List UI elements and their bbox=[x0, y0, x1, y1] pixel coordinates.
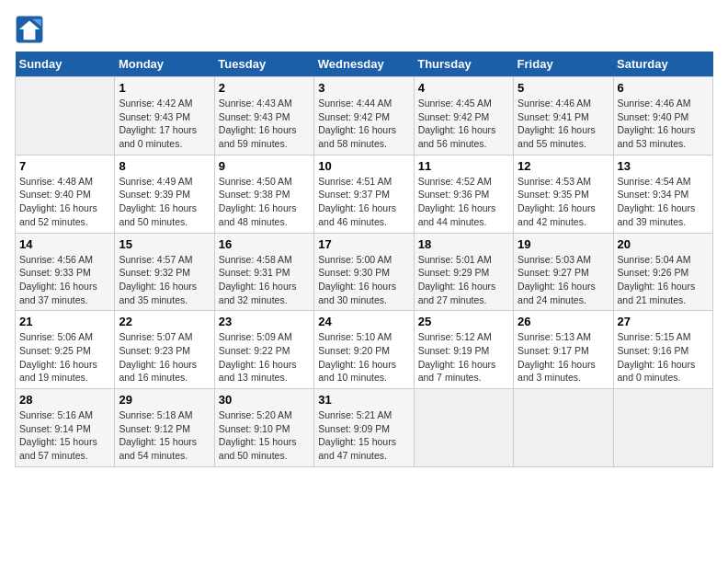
day-info: Sunrise: 4:52 AM Sunset: 9:36 PM Dayligh… bbox=[418, 175, 509, 229]
day-cell: 15Sunrise: 4:57 AM Sunset: 9:32 PM Dayli… bbox=[115, 233, 214, 311]
day-cell: 31Sunrise: 5:21 AM Sunset: 9:09 PM Dayli… bbox=[314, 389, 414, 467]
header-cell-tuesday: Tuesday bbox=[214, 52, 313, 77]
day-info: Sunrise: 5:07 AM Sunset: 9:23 PM Dayligh… bbox=[119, 330, 210, 385]
day-info: Sunrise: 5:18 AM Sunset: 9:12 PM Dayligh… bbox=[119, 408, 210, 463]
day-info: Sunrise: 4:49 AM Sunset: 9:39 PM Dayligh… bbox=[119, 175, 210, 229]
day-number: 1 bbox=[119, 81, 210, 95]
day-cell: 14Sunrise: 4:56 AM Sunset: 9:33 PM Dayli… bbox=[16, 233, 115, 311]
day-cell: 20Sunrise: 5:04 AM Sunset: 9:26 PM Dayli… bbox=[613, 233, 712, 311]
day-number: 15 bbox=[119, 237, 210, 251]
header-cell-sunday: Sunday bbox=[16, 52, 115, 77]
day-cell: 4Sunrise: 4:45 AM Sunset: 9:42 PM Daylig… bbox=[414, 77, 513, 155]
day-cell: 23Sunrise: 5:09 AM Sunset: 9:22 PM Dayli… bbox=[214, 311, 313, 389]
day-info: Sunrise: 5:21 AM Sunset: 9:09 PM Dayligh… bbox=[318, 408, 409, 463]
day-info: Sunrise: 5:20 AM Sunset: 9:10 PM Dayligh… bbox=[219, 408, 310, 463]
day-number: 19 bbox=[518, 237, 609, 251]
day-info: Sunrise: 5:13 AM Sunset: 9:17 PM Dayligh… bbox=[518, 330, 609, 385]
day-number: 14 bbox=[19, 237, 110, 251]
day-cell bbox=[613, 389, 712, 467]
day-number: 27 bbox=[618, 315, 709, 328]
day-number: 24 bbox=[318, 315, 409, 328]
day-info: Sunrise: 4:45 AM Sunset: 9:42 PM Dayligh… bbox=[418, 97, 509, 151]
header-cell-monday: Monday bbox=[115, 52, 214, 77]
day-cell: 12Sunrise: 4:53 AM Sunset: 9:35 PM Dayli… bbox=[514, 155, 613, 233]
day-cell: 3Sunrise: 4:44 AM Sunset: 9:42 PM Daylig… bbox=[314, 77, 414, 155]
day-info: Sunrise: 5:03 AM Sunset: 9:27 PM Dayligh… bbox=[518, 253, 609, 307]
day-info: Sunrise: 5:12 AM Sunset: 9:19 PM Dayligh… bbox=[418, 330, 509, 385]
day-cell: 1Sunrise: 4:42 AM Sunset: 9:43 PM Daylig… bbox=[115, 77, 214, 155]
page-header bbox=[15, 15, 713, 44]
day-number: 11 bbox=[418, 159, 509, 173]
day-info: Sunrise: 4:50 AM Sunset: 9:38 PM Dayligh… bbox=[219, 175, 310, 229]
day-number: 29 bbox=[119, 393, 210, 407]
day-cell: 30Sunrise: 5:20 AM Sunset: 9:10 PM Dayli… bbox=[214, 389, 313, 467]
day-cell: 8Sunrise: 4:49 AM Sunset: 9:39 PM Daylig… bbox=[115, 155, 214, 233]
day-cell bbox=[414, 389, 513, 467]
header-cell-wednesday: Wednesday bbox=[314, 52, 414, 77]
calendar-table: SundayMondayTuesdayWednesdayThursdayFrid… bbox=[15, 52, 713, 467]
day-number: 13 bbox=[618, 159, 709, 173]
week-row-3: 14Sunrise: 4:56 AM Sunset: 9:33 PM Dayli… bbox=[16, 233, 713, 311]
day-info: Sunrise: 5:15 AM Sunset: 9:16 PM Dayligh… bbox=[618, 330, 709, 385]
day-number: 6 bbox=[618, 81, 709, 95]
day-cell: 2Sunrise: 4:43 AM Sunset: 9:43 PM Daylig… bbox=[214, 77, 313, 155]
day-info: Sunrise: 4:48 AM Sunset: 9:40 PM Dayligh… bbox=[19, 175, 110, 229]
day-cell: 25Sunrise: 5:12 AM Sunset: 9:19 PM Dayli… bbox=[414, 311, 513, 389]
day-cell: 27Sunrise: 5:15 AM Sunset: 9:16 PM Dayli… bbox=[613, 311, 712, 389]
day-number: 3 bbox=[318, 81, 409, 95]
day-number: 23 bbox=[219, 315, 310, 328]
day-cell bbox=[514, 389, 613, 467]
day-number: 2 bbox=[219, 81, 310, 95]
day-info: Sunrise: 4:46 AM Sunset: 9:40 PM Dayligh… bbox=[618, 97, 709, 151]
day-number: 5 bbox=[518, 81, 609, 95]
calendar-header: SundayMondayTuesdayWednesdayThursdayFrid… bbox=[16, 52, 713, 77]
header-cell-thursday: Thursday bbox=[414, 52, 513, 77]
day-cell: 10Sunrise: 4:51 AM Sunset: 9:37 PM Dayli… bbox=[314, 155, 414, 233]
day-cell: 22Sunrise: 5:07 AM Sunset: 9:23 PM Dayli… bbox=[115, 311, 214, 389]
day-info: Sunrise: 4:46 AM Sunset: 9:41 PM Dayligh… bbox=[518, 97, 609, 151]
day-info: Sunrise: 5:01 AM Sunset: 9:29 PM Dayligh… bbox=[418, 253, 509, 307]
day-info: Sunrise: 4:43 AM Sunset: 9:43 PM Dayligh… bbox=[219, 97, 310, 151]
day-cell: 26Sunrise: 5:13 AM Sunset: 9:17 PM Dayli… bbox=[514, 311, 613, 389]
header-cell-saturday: Saturday bbox=[613, 52, 712, 77]
day-info: Sunrise: 5:04 AM Sunset: 9:26 PM Dayligh… bbox=[618, 253, 709, 307]
day-cell: 24Sunrise: 5:10 AM Sunset: 9:20 PM Dayli… bbox=[314, 311, 414, 389]
day-number: 21 bbox=[19, 315, 110, 328]
day-number: 20 bbox=[618, 237, 709, 251]
day-info: Sunrise: 4:53 AM Sunset: 9:35 PM Dayligh… bbox=[518, 175, 609, 229]
day-info: Sunrise: 4:56 AM Sunset: 9:33 PM Dayligh… bbox=[19, 253, 110, 307]
day-number: 10 bbox=[318, 159, 409, 173]
day-cell: 28Sunrise: 5:16 AM Sunset: 9:14 PM Dayli… bbox=[16, 389, 115, 467]
day-cell: 19Sunrise: 5:03 AM Sunset: 9:27 PM Dayli… bbox=[514, 233, 613, 311]
day-info: Sunrise: 4:54 AM Sunset: 9:34 PM Dayligh… bbox=[618, 175, 709, 229]
day-number: 26 bbox=[518, 315, 609, 328]
day-cell: 29Sunrise: 5:18 AM Sunset: 9:12 PM Dayli… bbox=[115, 389, 214, 467]
week-row-2: 7Sunrise: 4:48 AM Sunset: 9:40 PM Daylig… bbox=[16, 155, 713, 233]
day-number: 8 bbox=[119, 159, 210, 173]
header-cell-friday: Friday bbox=[514, 52, 613, 77]
day-number: 22 bbox=[119, 315, 210, 328]
week-row-4: 21Sunrise: 5:06 AM Sunset: 9:25 PM Dayli… bbox=[16, 311, 713, 389]
day-cell: 17Sunrise: 5:00 AM Sunset: 9:30 PM Dayli… bbox=[314, 233, 414, 311]
day-info: Sunrise: 4:57 AM Sunset: 9:32 PM Dayligh… bbox=[119, 253, 210, 307]
day-cell: 21Sunrise: 5:06 AM Sunset: 9:25 PM Dayli… bbox=[16, 311, 115, 389]
day-number: 28 bbox=[19, 393, 110, 407]
day-info: Sunrise: 4:42 AM Sunset: 9:43 PM Dayligh… bbox=[119, 97, 210, 151]
day-cell bbox=[16, 77, 115, 155]
day-info: Sunrise: 5:00 AM Sunset: 9:30 PM Dayligh… bbox=[318, 253, 409, 307]
day-cell: 9Sunrise: 4:50 AM Sunset: 9:38 PM Daylig… bbox=[214, 155, 313, 233]
day-cell: 11Sunrise: 4:52 AM Sunset: 9:36 PM Dayli… bbox=[414, 155, 513, 233]
day-number: 4 bbox=[418, 81, 509, 95]
logo bbox=[15, 15, 48, 44]
day-number: 16 bbox=[219, 237, 310, 251]
day-number: 12 bbox=[518, 159, 609, 173]
week-row-5: 28Sunrise: 5:16 AM Sunset: 9:14 PM Dayli… bbox=[16, 389, 713, 467]
day-number: 31 bbox=[318, 393, 409, 407]
day-cell: 6Sunrise: 4:46 AM Sunset: 9:40 PM Daylig… bbox=[613, 77, 712, 155]
day-cell: 16Sunrise: 4:58 AM Sunset: 9:31 PM Dayli… bbox=[214, 233, 313, 311]
header-row: SundayMondayTuesdayWednesdayThursdayFrid… bbox=[16, 52, 713, 77]
day-info: Sunrise: 4:51 AM Sunset: 9:37 PM Dayligh… bbox=[318, 175, 409, 229]
day-number: 25 bbox=[418, 315, 509, 328]
day-info: Sunrise: 5:10 AM Sunset: 9:20 PM Dayligh… bbox=[318, 330, 409, 385]
day-cell: 7Sunrise: 4:48 AM Sunset: 9:40 PM Daylig… bbox=[16, 155, 115, 233]
